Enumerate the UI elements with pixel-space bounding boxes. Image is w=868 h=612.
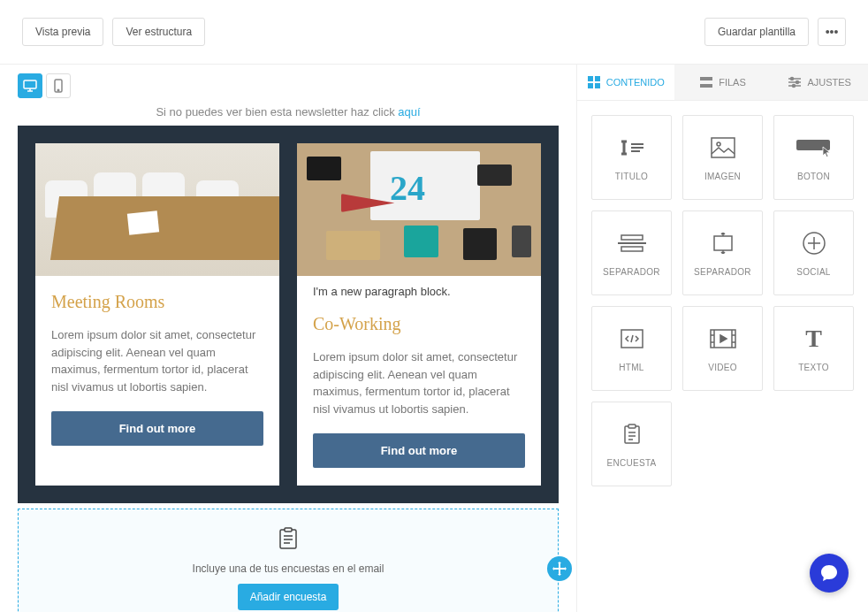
card-text: Lorem ipsum dolor sit amet, consectetur … (313, 348, 525, 417)
component-html[interactable]: HTML (591, 306, 672, 391)
sidebar-tabs: CONTENIDO FILAS AJUSTES (577, 65, 868, 101)
desktop-viewport-button[interactable] (18, 73, 42, 98)
card-image (35, 143, 279, 276)
preview-hint: Si no puedes ver bien esta newsletter ha… (18, 105, 559, 119)
svg-rect-18 (621, 247, 643, 251)
help-fab[interactable] (810, 554, 849, 593)
text-icon: T (805, 325, 822, 352)
tab-label: FILAS (719, 77, 746, 88)
tab-settings[interactable]: AJUSTES (771, 65, 868, 100)
svg-point-12 (796, 81, 799, 84)
component-button[interactable]: BOTON (773, 115, 854, 200)
svg-rect-23 (625, 426, 639, 443)
button-icon (796, 134, 832, 161)
card-pretext: I'm a new paragraph block. (297, 276, 541, 298)
svg-point-15 (717, 142, 720, 146)
move-icon (552, 562, 567, 576)
card-meeting-rooms[interactable]: Meeting Rooms Lorem ipsum dolor sit amet… (35, 143, 279, 486)
find-out-more-button[interactable]: Find out more (313, 433, 525, 468)
structure-button[interactable]: Ver estructura (112, 18, 205, 46)
component-survey[interactable]: ENCUESTA (591, 402, 672, 486)
coworking-illustration: 24 (297, 143, 541, 276)
component-palette: TITULO IMAGEN BOTON SEPARADOR SEPARADOR … (577, 101, 868, 501)
card-image: 24 (297, 143, 541, 276)
svg-rect-10 (700, 84, 712, 88)
html-icon (621, 325, 643, 352)
svg-point-11 (791, 78, 794, 80)
component-video[interactable]: VIDEO (682, 306, 763, 391)
component-separator-alt[interactable]: SEPARADOR (682, 210, 763, 295)
component-text[interactable]: T TEXTO (773, 306, 854, 391)
toolbar-right: Guardar plantilla ••• (704, 18, 846, 46)
save-template-button[interactable]: Guardar plantilla (704, 18, 809, 46)
mobile-viewport-button[interactable] (46, 73, 71, 98)
hint-link[interactable]: aquí (398, 105, 420, 119)
svg-rect-6 (595, 76, 600, 81)
toolbar-left: Vista previa Ver estructura (22, 18, 205, 46)
svg-rect-7 (588, 83, 593, 88)
video-icon (710, 325, 736, 352)
ellipsis-icon: ••• (826, 25, 839, 39)
desktop-icon (23, 80, 37, 92)
svg-point-13 (793, 85, 796, 88)
card-body: Meeting Rooms Lorem ipsum dolor sit amet… (35, 276, 279, 486)
main-area: Si no puedes ver bien esta newsletter ha… (0, 65, 868, 612)
component-label: SEPARADOR (694, 267, 751, 277)
tab-content[interactable]: CONTENIDO (577, 65, 674, 100)
meeting-room-illustration (35, 143, 279, 276)
title-icon (619, 134, 645, 161)
component-social[interactable]: SOCIAL (773, 210, 854, 295)
component-label: IMAGEN (704, 172, 741, 181)
component-label: BOTON (797, 172, 830, 181)
component-label: HTML (619, 363, 643, 372)
separator-alt-icon (711, 230, 735, 256)
tab-label: CONTENIDO (606, 77, 665, 88)
more-menu-button[interactable]: ••• (818, 18, 846, 46)
viewport-toggle (18, 73, 559, 98)
email-canvas[interactable]: Meeting Rooms Lorem ipsum dolor sit amet… (18, 126, 559, 503)
component-label: SOCIAL (796, 267, 830, 277)
card-text: Lorem ipsum dolor sit amet, consectetur … (51, 326, 263, 395)
svg-rect-17 (621, 235, 643, 240)
move-handle[interactable] (547, 556, 572, 581)
mobile-icon (54, 79, 63, 93)
svg-rect-9 (700, 77, 712, 80)
image-icon (711, 134, 735, 161)
survey-icon (36, 527, 540, 554)
survey-component-icon (623, 421, 641, 448)
svg-rect-24 (628, 425, 636, 428)
dropzone-text: Incluye una de tus encuestas en el email (36, 562, 540, 575)
component-title[interactable]: TITULO (591, 115, 672, 200)
component-label: SEPARADOR (603, 267, 660, 277)
top-toolbar: Vista previa Ver estructura Guardar plan… (0, 0, 868, 65)
component-label: VIDEO (708, 363, 737, 372)
chat-icon (819, 563, 839, 583)
card-title: Co-Working (313, 314, 525, 334)
card-body: Co-Working Lorem ipsum dolor sit amet, c… (297, 298, 541, 486)
preview-button[interactable]: Vista previa (22, 18, 103, 46)
svg-point-2 (57, 89, 59, 91)
grid-icon (587, 75, 601, 89)
svg-rect-4 (285, 528, 292, 532)
component-image[interactable]: IMAGEN (682, 115, 763, 200)
card-coworking[interactable]: 24 I'm a new paragraph block. Co-Working… (297, 143, 541, 486)
rows-icon (699, 75, 713, 89)
svg-rect-0 (24, 80, 36, 88)
svg-rect-5 (588, 76, 593, 81)
tab-rows[interactable]: FILAS (674, 65, 772, 100)
editor-panel: Si no puedes ver bien esta newsletter ha… (0, 65, 576, 612)
card-title: Meeting Rooms (51, 292, 263, 312)
svg-rect-19 (714, 236, 732, 250)
social-icon (803, 230, 826, 256)
survey-drop-zone[interactable]: Incluye una de tus encuestas en el email… (18, 509, 559, 612)
hint-text: Si no puedes ver bien esta newsletter ha… (156, 105, 398, 119)
tab-label: AJUSTES (807, 77, 851, 88)
find-out-more-button[interactable]: Find out more (51, 411, 263, 446)
separator-icon (618, 230, 646, 256)
right-sidebar: CONTENIDO FILAS AJUSTES TITULO IMAGEN (576, 65, 868, 612)
component-separator[interactable]: SEPARADOR (591, 210, 672, 295)
component-label: ENCUESTA (606, 458, 656, 468)
component-label: TEXTO (798, 363, 829, 372)
svg-rect-14 (712, 138, 735, 157)
add-survey-button[interactable]: Añadir encuesta (238, 584, 339, 610)
